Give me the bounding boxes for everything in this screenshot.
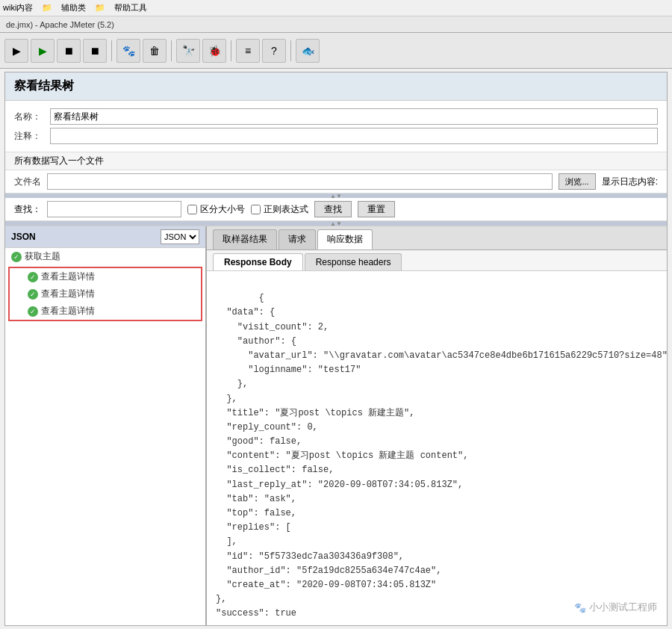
regex-checkbox-group: 正则表达式: [251, 203, 308, 216]
toolbar-sep4: [290, 40, 291, 61]
reset-button[interactable]: 重置: [358, 201, 395, 217]
child2-node-label: 查看主题详情: [41, 288, 95, 300]
toolbar-stop-btn[interactable]: ⏹: [57, 39, 81, 63]
file-log-label: 显示日志内容:: [602, 176, 658, 188]
highlighted-children: ✓ 查看主题详情 ✓ 查看主题详情 ✓ 查看主题详情: [8, 267, 202, 321]
tree-header: JSON JSON XML Text: [5, 226, 205, 248]
menu-folder-icon2: 📁: [95, 3, 105, 13]
response-tab-bar: Response Body Response headers: [207, 250, 667, 271]
menu-folder-icon: 📁: [42, 3, 52, 13]
toolbar-list-btn[interactable]: ≡: [236, 39, 260, 63]
json-content: { "data": { "visit_count": 2, "author": …: [207, 271, 667, 626]
tree-format-select[interactable]: JSON XML Text: [161, 229, 199, 244]
name-input[interactable]: [50, 108, 658, 125]
app-title-bar: de.jmx) - Apache JMeter (5.2): [0, 16, 672, 33]
search-button[interactable]: 查找: [314, 201, 352, 217]
tab-response[interactable]: 响应数据: [317, 229, 373, 250]
regex-checkbox[interactable]: [251, 205, 261, 214]
outer-tab-bar: 取样器结果 请求 响应数据: [207, 226, 667, 250]
file-row: 文件名 浏览... 显示日志内容:: [5, 170, 667, 193]
right-panel: 取样器结果 请求 响应数据 Response Body Response hea…: [207, 226, 667, 626]
child2-success-icon: ✓: [28, 289, 38, 300]
tab-request[interactable]: 请求: [279, 229, 316, 250]
toolbar-start2-btn[interactable]: ▶: [31, 39, 55, 63]
toolbar-stop2-btn[interactable]: ⏹: [83, 39, 107, 63]
search-label: 查找：: [14, 203, 41, 216]
toolbar-help-btn[interactable]: ?: [262, 39, 286, 63]
search-row: 查找： 区分大小号 正则表达式 查找 重置: [5, 198, 667, 221]
toolbar-start-btn[interactable]: ▶: [4, 39, 28, 63]
case-label: 区分大小号: [200, 203, 245, 216]
child-node-1[interactable]: ✓ 查看主题详情: [10, 268, 201, 285]
watermark-text: 小小测试工程师: [589, 601, 657, 614]
comment-label: 注释：: [14, 130, 44, 143]
toolbar: ▶ ▶ ⏹ ⏹ 🐾 🗑 🔭 🐞 ≡ ? 🐟: [0, 33, 672, 69]
menu-help[interactable]: 帮助工具: [114, 2, 147, 13]
comment-input[interactable]: [50, 128, 658, 144]
child3-node-label: 查看主题详情: [41, 305, 95, 317]
child-node-2[interactable]: ✓ 查看主题详情: [10, 285, 201, 303]
toolbar-sep2: [171, 40, 172, 61]
root-success-icon: ✓: [11, 252, 22, 262]
name-label: 名称：: [14, 111, 44, 123]
name-row: 名称：: [14, 108, 658, 125]
tab-response-headers[interactable]: Response headers: [305, 253, 402, 270]
toolbar-sep3: [231, 40, 231, 61]
file-name-input[interactable]: [47, 173, 553, 190]
file-section-label: 所有数据写入一个文件: [14, 155, 104, 166]
name-section: 名称： 注释：: [5, 101, 667, 152]
tree-format-label: JSON: [11, 232, 36, 242]
case-checkbox[interactable]: [187, 205, 197, 214]
toolbar-sep1: [111, 40, 112, 61]
menu-bar: wiki内容 📁 辅助类 📁 帮助工具: [3, 2, 147, 13]
tab-sampler[interactable]: 取样器结果: [213, 229, 277, 250]
toolbar-bug-btn[interactable]: 🐞: [202, 39, 226, 63]
search-input[interactable]: [47, 201, 181, 217]
comment-row: 注释：: [14, 128, 658, 144]
menu-wiki[interactable]: wiki内容: [3, 2, 33, 13]
child3-success-icon: ✓: [28, 306, 38, 317]
content-area: JSON JSON XML Text ✓ 获取主题 ✓ 查看主题详情: [5, 226, 667, 626]
toolbar-bear-btn[interactable]: 🐾: [116, 39, 140, 63]
file-name-label: 文件名: [14, 176, 41, 188]
app-title: de.jmx) - Apache JMeter (5.2): [6, 20, 114, 29]
tree-root-node[interactable]: ✓ 获取主题: [5, 248, 205, 265]
main-panel: 察看结果树 名称： 注释： 所有数据写入一个文件 文件名 浏览... 显示日志内…: [4, 72, 668, 626]
toolbar-binoculars-btn[interactable]: 🔭: [176, 39, 200, 63]
child-node-3[interactable]: ✓ 查看主题详情: [10, 303, 201, 320]
json-text: { "data": { "visit_count": 2, "author": …: [216, 293, 667, 619]
child1-node-label: 查看主题详情: [41, 270, 95, 283]
tab-response-body[interactable]: Response Body: [213, 253, 303, 270]
root-node-label: 获取主题: [25, 250, 60, 263]
title-bar: wiki内容 📁 辅助类 📁 帮助工具: [0, 0, 672, 16]
divider-dots: ▲▼: [330, 193, 342, 199]
panel-header: 察看结果树: [5, 72, 667, 101]
regex-label: 正则表达式: [264, 203, 308, 216]
browse-button[interactable]: 浏览...: [559, 173, 595, 190]
file-section-header: 所有数据写入一个文件: [5, 152, 667, 170]
watermark-icon: 🐾: [574, 602, 586, 613]
child1-success-icon: ✓: [28, 272, 38, 282]
tree-panel: JSON JSON XML Text ✓ 获取主题 ✓ 查看主题详情: [5, 226, 207, 626]
case-checkbox-group: 区分大小号: [187, 203, 245, 216]
panel-title: 察看结果树: [14, 79, 74, 92]
menu-assist[interactable]: 辅助类: [61, 2, 86, 13]
toolbar-fish-btn[interactable]: 🐟: [296, 39, 320, 63]
watermark: 🐾 小小测试工程师: [574, 601, 657, 614]
toolbar-trash-btn[interactable]: 🗑: [143, 39, 167, 63]
